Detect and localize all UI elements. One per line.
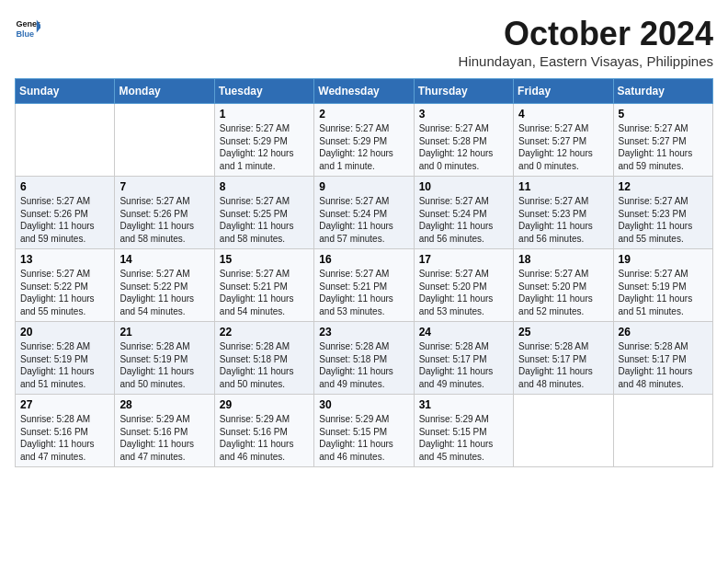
subtitle: Hinundayan, Eastern Visayas, Philippines [459, 53, 713, 69]
day-number: 30 [319, 398, 408, 411]
calendar-cell: 19Sunrise: 5:27 AM Sunset: 5:19 PM Dayli… [613, 249, 712, 322]
calendar-week-2: 6Sunrise: 5:27 AM Sunset: 5:26 PM Daylig… [16, 177, 713, 249]
main-title: October 2024 [459, 15, 713, 53]
calendar-cell: 26Sunrise: 5:28 AM Sunset: 5:17 PM Dayli… [613, 322, 712, 395]
cell-content: Sunrise: 5:28 AM Sunset: 5:18 PM Dayligh… [319, 340, 408, 390]
calendar-week-1: 1Sunrise: 5:27 AM Sunset: 5:29 PM Daylig… [16, 104, 713, 177]
logo: GeneralBlue [15, 15, 40, 40]
cell-content: Sunrise: 5:27 AM Sunset: 5:23 PM Dayligh… [619, 195, 708, 245]
cell-content: Sunrise: 5:28 AM Sunset: 5:18 PM Dayligh… [220, 340, 309, 390]
calendar-cell: 1Sunrise: 5:27 AM Sunset: 5:29 PM Daylig… [214, 104, 313, 177]
calendar-cell: 22Sunrise: 5:28 AM Sunset: 5:18 PM Dayli… [214, 322, 313, 395]
cell-content: Sunrise: 5:29 AM Sunset: 5:16 PM Dayligh… [220, 413, 309, 463]
day-number: 14 [119, 253, 209, 266]
calendar-cell: 9Sunrise: 5:27 AM Sunset: 5:24 PM Daylig… [314, 177, 414, 249]
calendar-cell: 23Sunrise: 5:28 AM Sunset: 5:18 PM Dayli… [314, 322, 414, 395]
header-monday: Monday [115, 79, 214, 104]
calendar-cell: 16Sunrise: 5:27 AM Sunset: 5:21 PM Dayli… [314, 249, 414, 322]
calendar-cell: 28Sunrise: 5:29 AM Sunset: 5:16 PM Dayli… [115, 395, 214, 467]
calendar-cell: 14Sunrise: 5:27 AM Sunset: 5:22 PM Dayli… [115, 249, 214, 322]
header-saturday: Saturday [613, 79, 712, 104]
calendar-cell: 11Sunrise: 5:27 AM Sunset: 5:23 PM Dayli… [514, 177, 613, 249]
cell-content: Sunrise: 5:27 AM Sunset: 5:27 PM Dayligh… [518, 122, 608, 172]
header-thursday: Thursday [414, 79, 513, 104]
calendar-cell: 12Sunrise: 5:27 AM Sunset: 5:23 PM Dayli… [613, 177, 712, 249]
calendar-cell [514, 395, 613, 467]
calendar-cell: 17Sunrise: 5:27 AM Sunset: 5:20 PM Dayli… [414, 249, 513, 322]
day-number: 29 [220, 398, 309, 411]
calendar-cell: 4Sunrise: 5:27 AM Sunset: 5:27 PM Daylig… [514, 104, 613, 177]
day-number: 13 [20, 253, 109, 266]
day-number: 3 [419, 108, 508, 121]
day-number: 22 [220, 326, 309, 339]
cell-content: Sunrise: 5:27 AM Sunset: 5:24 PM Dayligh… [419, 195, 508, 245]
day-number: 15 [220, 253, 309, 266]
day-number: 12 [619, 180, 708, 193]
cell-content: Sunrise: 5:27 AM Sunset: 5:26 PM Dayligh… [20, 195, 109, 245]
day-number: 16 [319, 253, 408, 266]
calendar-cell: 5Sunrise: 5:27 AM Sunset: 5:27 PM Daylig… [613, 104, 712, 177]
calendar-cell: 7Sunrise: 5:27 AM Sunset: 5:26 PM Daylig… [115, 177, 214, 249]
day-number: 7 [119, 180, 209, 193]
header-tuesday: Tuesday [214, 79, 313, 104]
cell-content: Sunrise: 5:29 AM Sunset: 5:15 PM Dayligh… [419, 413, 508, 463]
calendar-cell [16, 104, 115, 177]
svg-text:Blue: Blue [16, 29, 34, 39]
cell-content: Sunrise: 5:27 AM Sunset: 5:19 PM Dayligh… [619, 268, 708, 317]
day-number: 18 [518, 253, 608, 266]
calendar-cell: 15Sunrise: 5:27 AM Sunset: 5:21 PM Dayli… [214, 249, 313, 322]
cell-content: Sunrise: 5:27 AM Sunset: 5:21 PM Dayligh… [220, 268, 309, 317]
day-number: 8 [220, 180, 309, 193]
day-number: 27 [20, 398, 109, 411]
calendar-week-5: 27Sunrise: 5:28 AM Sunset: 5:16 PM Dayli… [16, 395, 713, 467]
header-wednesday: Wednesday [314, 79, 414, 104]
cell-content: Sunrise: 5:27 AM Sunset: 5:29 PM Dayligh… [220, 122, 309, 172]
calendar-cell: 18Sunrise: 5:27 AM Sunset: 5:20 PM Dayli… [514, 249, 613, 322]
title-area: October 2024 Hinundayan, Eastern Visayas… [459, 15, 713, 69]
cell-content: Sunrise: 5:29 AM Sunset: 5:15 PM Dayligh… [319, 413, 408, 463]
day-number: 11 [518, 180, 608, 193]
header-sunday: Sunday [16, 79, 115, 104]
header: GeneralBlue October 2024 Hinundayan, Eas… [15, 15, 713, 69]
day-number: 28 [119, 398, 209, 411]
day-number: 26 [619, 326, 708, 339]
calendar-cell: 3Sunrise: 5:27 AM Sunset: 5:28 PM Daylig… [414, 104, 513, 177]
cell-content: Sunrise: 5:28 AM Sunset: 5:19 PM Dayligh… [20, 340, 109, 390]
cell-content: Sunrise: 5:28 AM Sunset: 5:17 PM Dayligh… [419, 340, 508, 390]
calendar-cell [115, 104, 214, 177]
cell-content: Sunrise: 5:28 AM Sunset: 5:17 PM Dayligh… [518, 340, 608, 390]
calendar-cell: 6Sunrise: 5:27 AM Sunset: 5:26 PM Daylig… [16, 177, 115, 249]
calendar-week-3: 13Sunrise: 5:27 AM Sunset: 5:22 PM Dayli… [16, 249, 713, 322]
calendar-cell: 25Sunrise: 5:28 AM Sunset: 5:17 PM Dayli… [514, 322, 613, 395]
header-friday: Friday [514, 79, 613, 104]
cell-content: Sunrise: 5:27 AM Sunset: 5:22 PM Dayligh… [20, 268, 109, 317]
calendar-cell: 13Sunrise: 5:27 AM Sunset: 5:22 PM Dayli… [16, 249, 115, 322]
cell-content: Sunrise: 5:28 AM Sunset: 5:16 PM Dayligh… [20, 413, 109, 463]
day-number: 21 [119, 326, 209, 339]
calendar-cell: 31Sunrise: 5:29 AM Sunset: 5:15 PM Dayli… [414, 395, 513, 467]
calendar-week-4: 20Sunrise: 5:28 AM Sunset: 5:19 PM Dayli… [16, 322, 713, 395]
day-number: 10 [419, 180, 508, 193]
cell-content: Sunrise: 5:27 AM Sunset: 5:22 PM Dayligh… [119, 268, 209, 317]
calendar-cell: 27Sunrise: 5:28 AM Sunset: 5:16 PM Dayli… [16, 395, 115, 467]
calendar-cell: 10Sunrise: 5:27 AM Sunset: 5:24 PM Dayli… [414, 177, 513, 249]
calendar-cell: 21Sunrise: 5:28 AM Sunset: 5:19 PM Dayli… [115, 322, 214, 395]
day-number: 2 [319, 108, 408, 121]
day-number: 24 [419, 326, 508, 339]
day-number: 23 [319, 326, 408, 339]
logo-icon: GeneralBlue [15, 15, 40, 40]
cell-content: Sunrise: 5:27 AM Sunset: 5:26 PM Dayligh… [119, 195, 209, 245]
cell-content: Sunrise: 5:27 AM Sunset: 5:20 PM Dayligh… [518, 268, 608, 317]
day-number: 5 [619, 108, 708, 121]
cell-content: Sunrise: 5:27 AM Sunset: 5:23 PM Dayligh… [518, 195, 608, 245]
calendar-cell: 8Sunrise: 5:27 AM Sunset: 5:25 PM Daylig… [214, 177, 313, 249]
cell-content: Sunrise: 5:27 AM Sunset: 5:20 PM Dayligh… [419, 268, 508, 317]
calendar-cell: 30Sunrise: 5:29 AM Sunset: 5:15 PM Dayli… [314, 395, 414, 467]
day-number: 9 [319, 180, 408, 193]
cell-content: Sunrise: 5:27 AM Sunset: 5:28 PM Dayligh… [419, 122, 508, 172]
day-number: 31 [419, 398, 508, 411]
cell-content: Sunrise: 5:27 AM Sunset: 5:25 PM Dayligh… [220, 195, 309, 245]
day-number: 19 [619, 253, 708, 266]
calendar-cell [613, 395, 712, 467]
cell-content: Sunrise: 5:29 AM Sunset: 5:16 PM Dayligh… [119, 413, 209, 463]
